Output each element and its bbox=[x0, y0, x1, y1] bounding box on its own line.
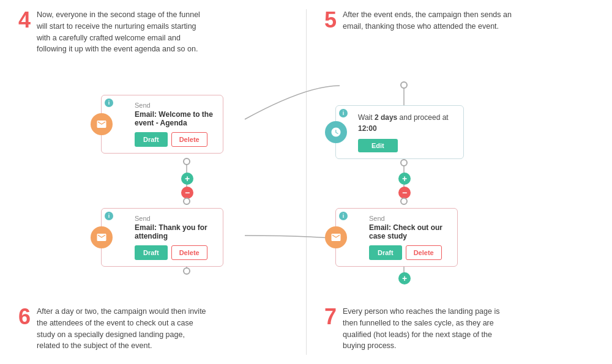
card3-delete-button[interactable]: Delete bbox=[406, 245, 442, 260]
card3-buttons: Draft Delete bbox=[369, 245, 450, 260]
wait-mid: and proceed at bbox=[397, 113, 448, 122]
step5-text: After the event ends, the campaign then … bbox=[343, 9, 514, 32]
card2-header: Send bbox=[135, 215, 215, 222]
connector-dot-4 bbox=[400, 198, 408, 205]
connector-dot-3 bbox=[183, 267, 190, 275]
card1-info: i bbox=[105, 98, 113, 107]
card2-content: Send Email: Thank you for attending Draf… bbox=[135, 215, 215, 260]
card3-header: Send bbox=[369, 215, 450, 222]
wait-time: 12:00 bbox=[358, 124, 377, 133]
step7-block: 7 Every person who reaches the landing p… bbox=[324, 306, 514, 352]
wait-edit-button[interactable]: Edit bbox=[358, 139, 398, 152]
envelope-icon-2 bbox=[96, 232, 107, 243]
wait-pre: Wait bbox=[358, 113, 375, 122]
wait-card-content: Wait 2 days and proceed at 12:00 Edit bbox=[358, 112, 455, 152]
card2-title: Email: Thank you for attending bbox=[135, 223, 215, 240]
connector-dot-wait-top bbox=[400, 81, 408, 89]
card2-draft-button[interactable]: Draft bbox=[135, 245, 168, 260]
clock-icon-circle bbox=[325, 121, 347, 143]
wait-card: i Wait 2 days and proceed at 12:00 Edit bbox=[335, 105, 464, 159]
card1-draft-button[interactable]: Draft bbox=[135, 132, 168, 147]
card3-info: i bbox=[339, 212, 348, 220]
card3-icon bbox=[325, 226, 347, 248]
step7-text: Every person who reaches the landing pag… bbox=[343, 306, 514, 352]
step4-block: 4 Now, everyone in the second stage of t… bbox=[18, 9, 208, 55]
step4-number: 4 bbox=[18, 9, 31, 31]
step7-number: 7 bbox=[324, 306, 337, 328]
step6-number: 6 bbox=[18, 306, 31, 328]
minus-btn-1[interactable]: − bbox=[181, 187, 193, 199]
connector-dot-1 bbox=[183, 158, 190, 165]
card3: i Send Email: Check out our case study D… bbox=[335, 208, 458, 267]
connector-dot-wait-bottom bbox=[400, 159, 408, 166]
card1-header: Send bbox=[135, 102, 215, 109]
step6-block: 6 After a day or two, the campaign would… bbox=[18, 306, 208, 352]
card3-title: Email: Check out our case study bbox=[369, 223, 450, 240]
step6-text: After a day or two, the campaign would t… bbox=[37, 306, 208, 352]
card2-delete-button[interactable]: Delete bbox=[171, 245, 207, 260]
envelope-icon-3 bbox=[330, 232, 341, 243]
card2: i Send Email: Thank you for attending Dr… bbox=[101, 208, 223, 267]
card1-title: Email: Welcome to the event - Agenda bbox=[135, 110, 215, 127]
plus-btn-2[interactable]: + bbox=[398, 173, 411, 185]
card2-icon bbox=[91, 226, 113, 248]
plus-btn-1[interactable]: + bbox=[181, 173, 193, 185]
plus-btn-3[interactable]: + bbox=[398, 272, 411, 284]
envelope-icon bbox=[96, 119, 107, 130]
wait-days: 2 days bbox=[375, 113, 397, 122]
divider bbox=[306, 9, 307, 355]
step5-number: 5 bbox=[324, 9, 337, 31]
card1-icon bbox=[91, 113, 113, 135]
clock-icon bbox=[330, 127, 341, 138]
page: 4 Now, everyone in the second stage of t… bbox=[0, 0, 612, 364]
card3-draft-button[interactable]: Draft bbox=[369, 245, 402, 260]
card1-delete-button[interactable]: Delete bbox=[171, 132, 207, 147]
card1-buttons: Draft Delete bbox=[135, 132, 215, 147]
card2-info: i bbox=[105, 212, 113, 220]
connector-dot-2 bbox=[183, 198, 190, 205]
wait-card-text: Wait 2 days and proceed at 12:00 bbox=[358, 112, 455, 134]
step4-text: Now, everyone in the second stage of the… bbox=[37, 9, 208, 55]
card2-buttons: Draft Delete bbox=[135, 245, 215, 260]
wait-info: i bbox=[339, 109, 348, 117]
card1-content: Send Email: Welcome to the event - Agend… bbox=[135, 102, 215, 147]
card3-content: Send Email: Check out our case study Dra… bbox=[369, 215, 450, 260]
step5-block: 5 After the event ends, the campaign the… bbox=[324, 9, 514, 32]
minus-btn-2[interactable]: − bbox=[398, 187, 411, 199]
card1: i Send Email: Welcome to the event - Age… bbox=[101, 95, 223, 154]
